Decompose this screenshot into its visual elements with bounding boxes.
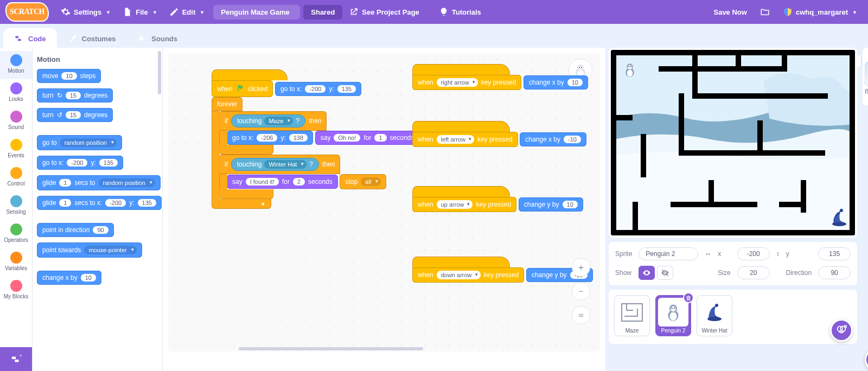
svg-rect-4 [11,356,15,359]
script-main[interactable]: when clicked go to x:-200y:135 forever i… [212,69,419,209]
account-menu[interactable]: cwhq_margaret [776,5,863,19]
category-motion[interactable]: Motion [0,51,32,79]
tutorials-button[interactable]: Tutorials [432,5,488,19]
script-up-arrow[interactable]: whenup arrowkey pressed change y by10 [412,186,583,212]
sprite-y-input[interactable]: 135 [818,247,851,260]
zoom-reset-button[interactable]: ＝ [572,306,590,324]
category-events[interactable]: Events [0,136,32,164]
sprite-list: Maze 🗑 Penguin 2 Winter Hat + [609,290,857,344]
stage-preview[interactable] [609,48,857,238]
avatar-icon [783,7,793,17]
pencil-icon [169,7,179,17]
script-right-arrow[interactable]: whenright arrowkey pressed change x by10 [412,64,588,90]
svg-point-19 [630,66,631,67]
block-palette: Motion move10steps turn↻15degrees turn↺1… [33,48,163,371]
my-stuff-button[interactable] [754,5,776,19]
file-menu[interactable]: File [116,5,162,19]
stage-sprite-winter-hat [831,209,847,228]
file-icon [123,7,132,17]
show-sprite-button[interactable] [639,266,655,280]
lightbulb-icon [439,7,449,17]
code-icon [14,34,24,43]
palette-scrollbar[interactable] [158,51,161,94]
sprite-info-panel: Sprite Penguin 2 ↔ x -200 ↕ y 135 Show S… [609,242,857,285]
svg-point-27 [671,306,676,311]
tutorials-label: Tutorials [452,8,481,16]
tab-code[interactable]: Code [3,28,57,48]
sprite-tile-maze[interactable]: Maze [614,295,650,336]
block-glide-to-xy[interactable]: glide1secs to x:-200y:135 [37,196,162,210]
category-my-blocks[interactable]: My Blocks [0,277,32,305]
sound-icon [137,34,147,43]
backdrops-count: 3 [865,94,868,101]
rotate-cw-icon: ↻ [57,92,62,99]
block-glide-to[interactable]: glide1secs torandom position [37,175,161,190]
stage-panel-title: Stage [865,52,868,59]
external-link-icon [349,7,359,17]
see-project-label: See Project Page [362,8,419,16]
category-looks[interactable]: Looks [0,79,32,107]
svg-point-29 [674,307,675,308]
block-go-to[interactable]: go torandom position [37,135,122,150]
block-change-x[interactable]: change x by10 [37,271,101,285]
sprite-tile-winter-hat[interactable]: Winter Hat [697,295,732,336]
sprite-tile-penguin[interactable]: 🗑 Penguin 2 [655,295,691,336]
zoom-out-button[interactable]: － [572,282,590,300]
folder-icon [760,7,770,17]
category-sensing[interactable]: Sensing [0,192,32,220]
tab-costumes-label: Costumes [82,35,116,43]
svg-point-18 [628,66,629,67]
project-title-input[interactable]: Penguin Maze Game [213,5,300,20]
block-point-direction[interactable]: point in direction90 [37,223,114,237]
sprite-name-label: Sprite [615,250,632,258]
backdrops-label: Backdrops [865,88,868,94]
sprite-size-input[interactable]: 20 [737,266,770,279]
code-workspace[interactable]: when clicked go to x:-200y:135 forever i… [163,48,605,371]
stage-panel[interactable]: Stage Backdrops 3 [863,48,868,105]
sprite-direction-input[interactable]: 90 [818,266,851,279]
block-move-steps[interactable]: move10steps [37,69,101,83]
scratch-logo[interactable]: SCRATCH [5,2,49,22]
block-go-to-xy[interactable]: go to x:-200y:135 [37,156,123,170]
workspace-h-scrollbar[interactable] [239,347,423,350]
save-now-button[interactable]: Save Now [707,6,753,18]
svg-point-15 [627,69,633,76]
add-backdrop-button[interactable] [865,348,868,371]
add-sprite-button[interactable]: + [830,319,853,342]
username-label: cwhq_margaret [796,8,848,16]
tab-sounds-label: Sounds [151,35,177,43]
tab-code-label: Code [28,35,46,43]
hat-icon [706,304,723,321]
svg-point-25 [670,312,677,321]
svg-point-17 [628,65,632,69]
settings-menu[interactable]: Settings [54,5,116,19]
add-extension-button[interactable]: + [0,347,32,371]
edit-menu[interactable]: Edit [163,5,210,19]
sprite-name-input[interactable]: Penguin 2 [639,247,698,260]
sprite-x-input[interactable]: -200 [737,247,770,260]
zoom-in-button[interactable]: ＋ [572,258,590,277]
see-project-page-button[interactable]: See Project Page [342,5,426,19]
svg-rect-23 [622,304,642,321]
stage-thumbnail [865,62,868,86]
block-categories: Motion Looks Sound Events Control Sensin… [0,48,33,371]
delete-sprite-button[interactable]: 🗑 [683,292,694,303]
brush-icon [68,34,78,43]
tab-sounds[interactable]: Sounds [126,28,188,48]
shared-button[interactable]: Shared [303,5,342,20]
block-point-towards[interactable]: point towardsmouse-pointer [37,242,142,258]
category-sound[interactable]: Sound [0,107,32,136]
script-left-arrow[interactable]: whenleft arrowkey pressed change x by-10 [412,121,586,147]
category-variables[interactable]: Variables [0,248,32,277]
tab-costumes[interactable]: Costumes [57,28,127,48]
block-turn-ccw[interactable]: turn↺15degrees [37,108,113,122]
category-control[interactable]: Control [0,164,32,192]
svg-point-30 [707,317,722,321]
edit-label: Edit [182,8,196,16]
script-down-arrow[interactable]: whendown arrowkey pressed change y by-10 [412,257,593,283]
svg-rect-5 [15,360,18,362]
hide-sprite-button[interactable] [657,266,673,280]
block-turn-cw[interactable]: turn↻15degrees [37,88,113,103]
svg-point-20 [832,222,846,226]
category-operators[interactable]: Operators [0,220,32,248]
